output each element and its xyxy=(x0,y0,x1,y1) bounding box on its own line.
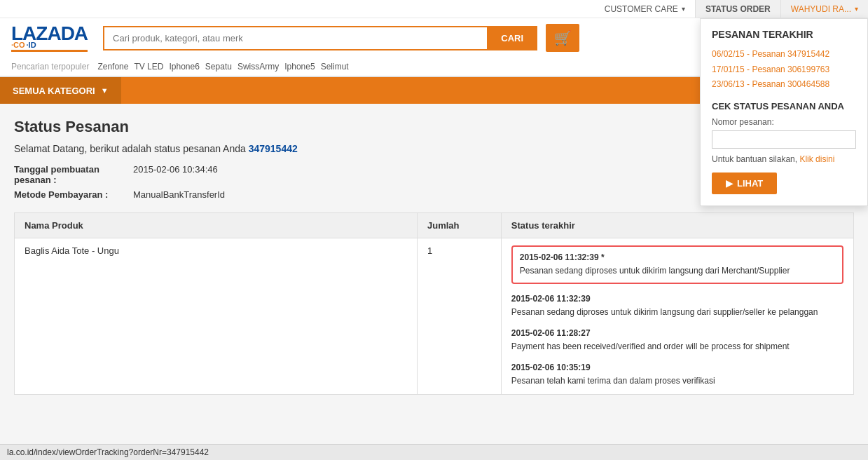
col-status: Status terakhir xyxy=(501,213,853,238)
status-entry: 2015-02-06 11:28:27 Payment has been rec… xyxy=(511,328,843,353)
customer-care-nav[interactable]: CUSTOMER CARE ▾ xyxy=(595,0,696,18)
created-label: Tanggal pembuatan pesanan : xyxy=(14,164,133,185)
cart-symbol: 🛒 xyxy=(554,29,572,46)
suggestion-zenfone[interactable]: Zenfone xyxy=(97,62,128,72)
order-table: Nama Produk Jumlah Status terakhir Bagli… xyxy=(14,212,854,395)
search-button[interactable]: CARI xyxy=(487,26,537,50)
status-timestamp: 2015-02-06 11:32:39 * xyxy=(520,252,835,262)
semua-kategori-label: SEMUA KATEGORI xyxy=(13,86,95,96)
suggestion-iphone6[interactable]: Iphone6 xyxy=(169,62,199,72)
customer-care-chevron: ▾ xyxy=(682,5,685,13)
search-input[interactable] xyxy=(103,26,487,50)
lihat-icon: ▶ xyxy=(726,178,733,189)
logo[interactable]: LAZADA ·CO ·ID xyxy=(11,24,88,52)
created-value: 2015-02-06 10:34:46 xyxy=(133,164,218,175)
dropdown-order-2[interactable]: 17/01/15 - Pesanan 306199763 xyxy=(712,62,856,78)
klik-disini-link[interactable]: Klik disini xyxy=(799,154,834,164)
dropdown-order-1[interactable]: 06/02/15 - Pesanan 347915442 xyxy=(712,47,856,62)
payment-label: Metode Pembayaran : xyxy=(14,189,133,200)
status-entry: 2015-02-06 11:32:39 Pesanan sedang dipro… xyxy=(511,294,843,318)
status-timestamp: 2015-02-06 11:28:27 xyxy=(511,328,843,338)
col-quantity: Jumlah xyxy=(418,213,502,238)
nomor-pesanan-label: Nomor pesanan: xyxy=(712,117,856,127)
search-bar: CARI xyxy=(103,26,537,50)
status-cell: 2015-02-06 11:32:39 * Pesanan sedang dip… xyxy=(501,238,853,395)
status-desc: Payment has been received/verified and o… xyxy=(511,340,843,353)
dropdown-title: PESANAN TERAKHIR xyxy=(712,29,856,40)
logo-id: ·ID xyxy=(27,41,36,49)
status-entry-highlighted: 2015-02-06 11:32:39 * Pesanan sedang dip… xyxy=(511,245,843,284)
suggestion-selimut[interactable]: Selimut xyxy=(321,62,349,72)
suggestion-iphone5[interactable]: Iphone5 xyxy=(284,62,315,72)
status-timestamp: 2015-02-06 11:32:39 xyxy=(511,294,843,304)
dropdown-section-title: CEK STATUS PESANAN ANDA xyxy=(712,101,856,111)
status-timestamp: 2015-02-06 10:35:19 xyxy=(511,363,843,372)
status-desc: Pesanan sedang diproses untuk dikirim la… xyxy=(520,264,835,277)
suggestion-tvled[interactable]: TV LED xyxy=(134,62,163,72)
dropdown-order-3[interactable]: 23/06/13 - Pesanan 300464588 xyxy=(712,77,856,93)
status-order-label: STATUS ORDER xyxy=(705,4,771,14)
status-order-dropdown: PESANAN TERAKHIR 06/02/15 - Pesanan 3479… xyxy=(700,18,868,206)
suggestions-label: Pencarian terpopuler xyxy=(11,62,89,72)
semua-kategori-button[interactable]: SEMUA KATEGORI ▼ xyxy=(0,77,121,104)
suggestion-sepatu[interactable]: Sepatu xyxy=(205,62,232,72)
user-name-label: WAHYUDI RA... xyxy=(791,4,851,14)
cart-icon[interactable]: 🛒 xyxy=(546,24,579,52)
status-desc: Pesanan sedang diproses untuk dikirim la… xyxy=(511,306,843,318)
nomor-pesanan-input[interactable] xyxy=(712,130,856,149)
col-product: Nama Produk xyxy=(15,213,418,238)
user-nav[interactable]: WAHYUDI RA... ▾ xyxy=(781,0,868,18)
quantity-cell: 1 xyxy=(418,238,502,395)
payment-value: ManualBankTransferId xyxy=(133,189,225,200)
product-name-cell: Baglis Aida Tote - Ungu xyxy=(15,238,418,395)
suggestion-swissarmy[interactable]: SwissArmy xyxy=(237,62,279,72)
logo-co: ·CO xyxy=(11,41,25,49)
status-desc: Pesanan telah kami terima dan dalam pros… xyxy=(511,374,843,387)
status-entry: 2015-02-06 10:35:19 Pesanan telah kami t… xyxy=(511,363,843,387)
logo-line xyxy=(11,50,88,52)
bantuan-text: Untuk bantuan silakan, Klik disini xyxy=(712,154,856,164)
table-row: Baglis Aida Tote - Ungu 1 2015-02-06 11:… xyxy=(15,238,854,395)
customer-care-label: CUSTOMER CARE xyxy=(605,4,678,14)
category-arrow: ▼ xyxy=(101,86,109,95)
status-order-nav[interactable]: STATUS ORDER xyxy=(696,0,781,18)
user-chevron: ▾ xyxy=(855,5,858,13)
lihat-button[interactable]: ▶ LIHAT xyxy=(712,172,777,194)
order-number: 347915442 xyxy=(249,143,298,154)
